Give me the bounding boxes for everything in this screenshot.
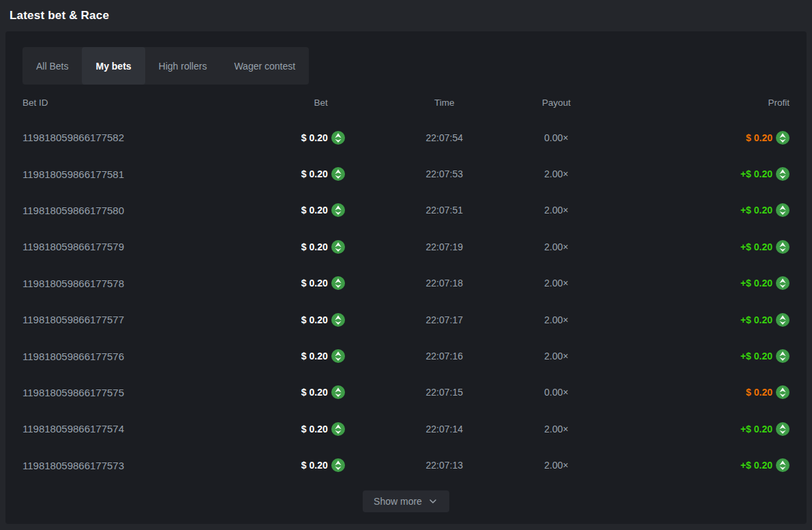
bet-id-cell[interactable]: 119818059866177574: [22, 423, 124, 435]
table-row[interactable]: 119818059866177580 $ 0.20 22:07:51 2.00×…: [22, 192, 790, 229]
bet-amount-value: $ 0.20: [301, 132, 328, 143]
profit-value: +$ 0.20: [740, 314, 772, 325]
eth-coin-icon: [776, 349, 790, 363]
payout-cell: 0.00×: [544, 132, 568, 143]
time-cell: 22:07:53: [426, 168, 464, 179]
time-cell: 22:07:15: [426, 387, 464, 398]
table-row[interactable]: 119818059866177573 $ 0.20 22:07:13 2.00×…: [22, 447, 790, 484]
eth-coin-icon: [776, 131, 790, 145]
bet-amount-value: $ 0.20: [301, 241, 328, 252]
table-row[interactable]: 119818059866177582 $ 0.20 22:07:54 0.00×…: [22, 119, 790, 156]
profit-cell: +$ 0.20: [740, 313, 790, 327]
bet-amount-cell: $ 0.20: [301, 203, 328, 217]
profit-value: +$ 0.20: [740, 351, 772, 362]
payout-cell: 2.00×: [544, 351, 568, 362]
bet-amount-cell: $ 0.20: [301, 276, 328, 290]
profit-value: +$ 0.20: [740, 424, 772, 435]
bets-table-body: 119818059866177582 $ 0.20 22:07:54 0.00×…: [22, 119, 790, 484]
table-row[interactable]: 119818059866177574 $ 0.20 22:07:14 2.00×…: [22, 411, 790, 447]
bet-amount-cell: $ 0.20: [301, 167, 328, 181]
table-header-row: Bet ID Bet Time Payout Profit: [22, 93, 790, 111]
payout-cell: 0.00×: [544, 387, 568, 398]
table-row[interactable]: 119818059866177579 $ 0.20 22:07:19 2.00×…: [22, 229, 790, 265]
payout-cell: 2.00×: [544, 424, 568, 435]
profit-value: $ 0.20: [746, 387, 772, 398]
eth-coin-icon: [331, 422, 345, 436]
payout-cell: 2.00×: [544, 241, 568, 252]
time-cell: 22:07:18: [426, 278, 464, 289]
eth-coin-icon: [776, 422, 790, 436]
eth-coin-icon: [331, 131, 345, 145]
eth-coin-icon: [776, 167, 790, 181]
profit-cell: +$ 0.20: [740, 203, 790, 217]
bet-amount-cell: $ 0.20: [301, 131, 328, 145]
bet-id-cell[interactable]: 119818059866177573: [22, 460, 124, 471]
time-cell: 22:07:16: [426, 351, 464, 362]
chevron-down-icon: [427, 496, 438, 507]
bet-id-cell[interactable]: 119818059866177580: [22, 205, 124, 216]
bet-id-cell[interactable]: 119818059866177576: [22, 351, 124, 362]
time-cell: 22:07:19: [426, 241, 464, 252]
time-cell: 22:07:14: [426, 424, 464, 435]
latest-bet-panel: All BetsMy betsHigh rollersWager contest…: [5, 31, 807, 524]
bet-id-cell[interactable]: 119818059866177581: [22, 168, 124, 180]
bets-tabbar: All BetsMy betsHigh rollersWager contest: [22, 47, 309, 85]
profit-value: +$ 0.20: [740, 241, 772, 252]
bet-id-cell[interactable]: 119818059866177577: [22, 314, 124, 325]
profit-cell: +$ 0.20: [740, 240, 790, 254]
bet-amount-value: $ 0.20: [301, 424, 328, 435]
profit-cell: $ 0.20: [746, 131, 790, 145]
table-row[interactable]: 119818059866177577 $ 0.20 22:07:17 2.00×…: [22, 301, 790, 338]
profit-cell: +$ 0.20: [740, 276, 790, 290]
profit-value: $ 0.20: [746, 132, 772, 143]
bet-amount-value: $ 0.20: [301, 314, 328, 325]
eth-coin-icon: [331, 349, 345, 363]
profit-cell: +$ 0.20: [740, 458, 790, 472]
eth-coin-icon: [331, 313, 345, 327]
bet-amount-value: $ 0.20: [301, 351, 328, 362]
eth-coin-icon: [331, 276, 345, 290]
bet-amount-value: $ 0.20: [301, 387, 328, 398]
profit-cell: +$ 0.20: [740, 422, 790, 436]
payout-cell: 2.00×: [544, 205, 568, 216]
table-row[interactable]: 119818059866177576 $ 0.20 22:07:16 2.00×…: [22, 338, 790, 374]
bet-amount-cell: $ 0.20: [301, 385, 328, 399]
tab-all-bets[interactable]: All Bets: [22, 47, 82, 85]
profit-cell: +$ 0.20: [740, 167, 790, 181]
eth-coin-icon: [776, 203, 790, 217]
tab-my-bets[interactable]: My bets: [82, 47, 145, 85]
profit-value: +$ 0.20: [740, 168, 772, 179]
bet-amount-value: $ 0.20: [301, 205, 328, 216]
bet-id-cell[interactable]: 119818059866177579: [22, 241, 124, 252]
profit-value: +$ 0.20: [740, 205, 772, 216]
page-title: Latest bet & Race: [10, 9, 109, 23]
titlebar: Latest bet & Race: [0, 0, 812, 31]
bet-amount-cell: $ 0.20: [301, 458, 328, 472]
bet-id-cell[interactable]: 119818059866177575: [22, 387, 124, 398]
eth-coin-icon: [331, 458, 345, 472]
bet-id-cell[interactable]: 119818059866177578: [22, 278, 124, 289]
column-header-profit: Profit: [768, 98, 790, 108]
table-row[interactable]: 119818059866177581 $ 0.20 22:07:53 2.00×…: [22, 156, 790, 192]
eth-coin-icon: [776, 240, 790, 254]
table-row[interactable]: 119818059866177575 $ 0.20 22:07:15 0.00×…: [22, 374, 790, 411]
eth-coin-icon: [331, 203, 345, 217]
bet-amount-cell: $ 0.20: [301, 240, 328, 254]
bet-amount-value: $ 0.20: [301, 460, 328, 471]
bet-id-cell[interactable]: 119818059866177582: [22, 132, 124, 143]
tab-high-rollers[interactable]: High rollers: [145, 47, 221, 85]
profit-value: +$ 0.20: [740, 460, 772, 471]
tab-wager-contest[interactable]: Wager contest: [220, 47, 309, 85]
profit-value: +$ 0.20: [740, 278, 772, 289]
time-cell: 22:07:54: [426, 132, 464, 143]
profit-cell: $ 0.20: [746, 385, 790, 399]
eth-coin-icon: [776, 276, 790, 290]
show-more-button[interactable]: Show more: [363, 490, 449, 512]
bet-amount-value: $ 0.20: [301, 168, 328, 179]
table-row[interactable]: 119818059866177578 $ 0.20 22:07:18 2.00×…: [22, 265, 790, 301]
column-header-bet: Bet: [314, 98, 327, 108]
column-header-time: Time: [434, 98, 455, 108]
bet-amount-cell: $ 0.20: [301, 313, 328, 327]
time-cell: 22:07:51: [426, 205, 464, 216]
eth-coin-icon: [776, 385, 790, 399]
